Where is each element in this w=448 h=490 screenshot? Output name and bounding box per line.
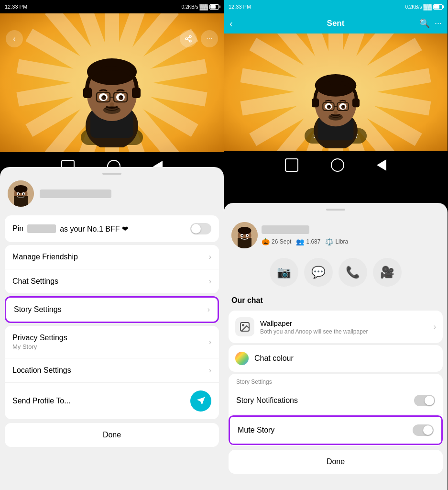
search-icon-sent[interactable]: 🔍	[419, 18, 430, 29]
share-icon	[185, 35, 192, 43]
status-bar-left: 12:33 PM 0.2KB/s ▓▓	[0, 0, 224, 13]
svg-point-35	[14, 185, 28, 193]
svg-point-29	[186, 38, 187, 40]
svg-point-28	[189, 35, 191, 37]
android-nav-right	[224, 151, 448, 179]
video-action-button[interactable]: 🎥	[373, 258, 402, 287]
chat-colour-label: Chat colour	[254, 354, 294, 363]
avatar-face-left	[8, 180, 34, 207]
battery-icon-left	[209, 4, 219, 10]
svg-rect-15	[83, 88, 92, 98]
main-menu-section: Manage Friendship › Chat Settings ›	[5, 245, 219, 293]
bitmoji-character-right	[293, 53, 379, 148]
date-badge: 🎃 26 Sept	[262, 238, 291, 245]
svg-line-31	[187, 39, 190, 41]
back-button-left[interactable]: ‹	[6, 30, 23, 47]
wallpaper-item[interactable]: Wallpaper Both you and Anoop will see th…	[229, 311, 443, 343]
send-profile-item[interactable]: Send Profile To...	[5, 383, 219, 419]
date-value: 26 Sept	[272, 238, 291, 245]
svg-rect-16	[132, 88, 141, 98]
svg-line-32	[187, 37, 190, 38]
pin-suffix: as your No.1 BFF ❤	[60, 224, 128, 234]
battery-icon-right	[433, 4, 443, 10]
pin-row: Pin as your No.1 BFF ❤	[12, 224, 190, 234]
chat-settings-item[interactable]: Chat Settings ›	[5, 269, 219, 293]
privacy-settings-item[interactable]: Privacy Settings My Story ›	[5, 326, 219, 358]
fire-icon: 🎃	[262, 238, 270, 245]
privacy-settings-text-block: Privacy Settings My Story	[12, 334, 67, 350]
manage-friendship-label: Manage Friendship	[12, 253, 78, 261]
status-time-right: 12:33 PM	[229, 4, 251, 10]
send-icon	[196, 396, 206, 406]
done-button-right[interactable]: Done	[229, 450, 443, 474]
followers-value: 1,687	[306, 238, 320, 245]
chat-action-button[interactable]: 💬	[304, 258, 333, 287]
manage-friendship-item[interactable]: Manage Friendship ›	[5, 245, 219, 269]
story-settings-section-label: Story Settings	[229, 374, 443, 387]
svg-rect-58	[352, 99, 360, 107]
phone-action-button[interactable]: 📞	[339, 258, 367, 287]
privacy-settings-subtitle: My Story	[12, 343, 67, 350]
story-notifications-row[interactable]: Story Notifications	[229, 387, 443, 414]
svg-point-41	[18, 196, 24, 199]
top-nav-left: ‹ ···	[0, 27, 224, 51]
sent-bar-actions: 🔍 ···	[419, 18, 442, 29]
svg-point-30	[189, 40, 191, 42]
bottom-sheet-right: 🎃 26 Sept 👥 1,687 ⚖️ Libra 📷 💬	[224, 203, 448, 490]
our-chat-label: Our chat	[224, 292, 448, 309]
wallpaper-text-block: Wallpaper Both you and Anoop will see th…	[260, 319, 428, 335]
profile-avatar-left	[8, 180, 34, 207]
svg-rect-57	[312, 99, 319, 107]
mute-story-label: Mute Story	[238, 426, 274, 434]
chat-colour-item[interactable]: Chat colour	[229, 345, 443, 372]
pin-label: Pin	[12, 224, 23, 233]
sent-header-bar: ‹ Sent 🔍 ···	[224, 13, 448, 33]
svg-point-68	[334, 111, 338, 114]
done-section-left: Done	[5, 423, 219, 447]
send-profile-button[interactable]	[190, 390, 211, 412]
mute-story-toggle[interactable]	[413, 424, 434, 436]
done-button-left[interactable]: Done	[5, 423, 219, 447]
profile-name-blurred-left	[40, 189, 111, 198]
chat-settings-label: Chat Settings	[12, 277, 58, 286]
camera-action-button[interactable]: 📷	[270, 258, 298, 287]
wallpaper-title: Wallpaper	[260, 319, 428, 327]
profile-details-right: 🎃 26 Sept 👥 1,687 ⚖️ Libra	[262, 225, 440, 245]
signal-icon-right: ▓▓	[424, 3, 432, 10]
more-icon-sent[interactable]: ···	[435, 18, 442, 29]
home-button-right[interactable]	[331, 158, 344, 172]
location-settings-label: Location Settings	[12, 366, 71, 375]
sheet-handle-left	[102, 173, 121, 175]
status-time-left: 12:33 PM	[5, 4, 27, 10]
back-button-nav-right[interactable]	[377, 159, 386, 171]
location-settings-item[interactable]: Location Settings ›	[5, 358, 219, 383]
status-icons-right: 0.2KB/s ▓▓	[405, 3, 443, 10]
avatar-background-left: ‹ ··· ≫ View avatar	[0, 13, 224, 152]
mute-story-row[interactable]: Mute Story	[230, 417, 441, 444]
chat-settings-chevron: ›	[209, 277, 211, 286]
wallpaper-chevron: ›	[434, 323, 436, 331]
pin-toggle[interactable]	[190, 223, 211, 234]
right-panel: 12:33 PM 0.2KB/s ▓▓ ‹ Sent 🔍 ···	[224, 0, 448, 490]
story-notifications-toggle[interactable]	[414, 395, 435, 406]
bottom-sheet-left: Pin as your No.1 BFF ❤ Manage Friendship…	[0, 167, 224, 490]
story-settings-item[interactable]: Story Settings ›	[6, 298, 218, 322]
profile-info-right: 🎃 26 Sept 👥 1,687 ⚖️ Libra	[224, 216, 448, 252]
profile-row-left	[0, 180, 224, 212]
network-speed-right: 0.2KB/s	[405, 4, 422, 10]
location-settings-chevron: ›	[209, 366, 211, 375]
svg-point-67	[343, 105, 344, 107]
story-notifications-label: Story Notifications	[236, 396, 298, 405]
followers-badge: 👥 1,687	[296, 238, 320, 245]
action-buttons-row: 📷 💬 📞 🎥	[224, 252, 448, 292]
story-settings-chevron: ›	[208, 305, 210, 314]
back-btn-sent[interactable]: ‹	[229, 18, 233, 29]
done-section-right: Done	[229, 450, 443, 474]
mute-story-highlighted-container: Mute Story	[229, 415, 443, 445]
recent-apps-button-right[interactable]	[285, 158, 298, 172]
svg-point-40	[23, 193, 24, 195]
privacy-location-section: Privacy Settings My Story › Location Set…	[5, 326, 219, 419]
more-button-left[interactable]: ···	[201, 30, 218, 47]
pin-menu-item[interactable]: Pin as your No.1 BFF ❤	[5, 215, 219, 242]
share-button-left[interactable]	[180, 30, 197, 47]
